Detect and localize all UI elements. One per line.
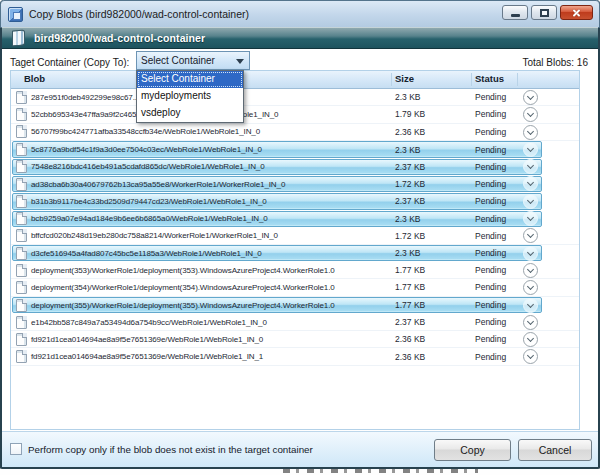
column-divider xyxy=(471,73,472,86)
blob-size: 2.36 KB xyxy=(395,127,425,137)
blob-name: b31b3b9117be4c33bd2509d79447cd23/WebRole… xyxy=(31,197,267,206)
row-actions-button[interactable] xyxy=(523,159,538,174)
blob-status: Pending xyxy=(475,300,506,310)
table-row[interactable]: deployment(353)/WorkerRole1/deployment(3… xyxy=(11,262,579,279)
blob-size: 2.3 KB xyxy=(395,248,421,258)
container-header-bar: bird982000/wad-control-container xyxy=(2,27,598,49)
table-header: Blob Size Status xyxy=(11,71,579,89)
table-row[interactable]: fd921d1cea014694ae8a9f5e7651369e/WebRole… xyxy=(11,331,579,348)
table-row[interactable]: bcb9259a07e94ad184e9b6ee6b6865a0/WebRole… xyxy=(11,210,579,227)
dropdown-option[interactable]: vsdeploy xyxy=(137,105,243,122)
table-row[interactable]: bffcfcd020b248d19eb280dc758a8214/WorkerR… xyxy=(11,227,579,244)
table-row[interactable]: 56707f99bc424771afba33548ccfb34e/WebRole… xyxy=(11,124,579,141)
table-row[interactable]: 287e951f0deb492299e98c67.../WebRole1/Web… xyxy=(11,89,579,106)
chevron-down-icon xyxy=(527,179,534,186)
close-button[interactable] xyxy=(560,5,593,20)
row-actions-button[interactable] xyxy=(523,125,538,140)
blob-name: fd921d1cea014694ae8a9f5e7651369e/WebRole… xyxy=(31,335,263,344)
row-actions-button[interactable] xyxy=(523,246,538,261)
blob-status: Pending xyxy=(475,265,506,275)
blob-name: 56707f99bc424771afba33548ccfb34e/WebRole… xyxy=(31,127,260,136)
row-actions-button[interactable] xyxy=(523,90,538,105)
table-row[interactable]: ad38cba6b30a40679762b13ca95a55e8/WorkerR… xyxy=(11,175,579,192)
table-row[interactable]: deployment(355)/WorkerRole1/deployment(3… xyxy=(11,297,579,314)
blob-size: 1.79 KB xyxy=(395,109,425,119)
row-actions-button[interactable] xyxy=(523,228,538,243)
window-title: Copy Blobs (bird982000/wad-control-conta… xyxy=(29,8,249,20)
copy-button[interactable]: Copy xyxy=(434,439,511,461)
table-row[interactable]: 52cbb695343e47ffa9a9f2c46563e1e6/WorkerR… xyxy=(11,106,579,123)
file-icon xyxy=(16,229,27,242)
dropdown-option[interactable]: Select Container xyxy=(137,71,243,88)
chevron-down-icon xyxy=(527,283,534,290)
blob-name: fd921d1cea014694ae8a9f5e7651369e/WebRole… xyxy=(31,352,263,361)
copy-blobs-dialog: Copy Blobs (bird982000/wad-control-conta… xyxy=(0,0,600,469)
close-icon xyxy=(571,7,582,18)
chevron-down-icon xyxy=(527,335,534,342)
file-icon xyxy=(16,333,27,346)
row-actions-button[interactable] xyxy=(523,194,538,209)
overwrite-checkbox[interactable] xyxy=(10,443,22,455)
column-header-status[interactable]: Status xyxy=(475,73,504,84)
blob-size: 1.77 KB xyxy=(395,282,425,292)
target-container-select[interactable]: Select Container xyxy=(136,51,250,70)
chevron-down-icon xyxy=(527,249,534,256)
table-row[interactable]: fd921d1cea014694ae8a9f5e7651369e/WebRole… xyxy=(11,348,579,365)
table-row[interactable]: d3cfe516945a4fad807c45bc5e1185a3/WebRole… xyxy=(11,245,579,262)
row-actions-button[interactable] xyxy=(523,332,538,347)
row-actions-button[interactable] xyxy=(523,176,538,191)
cancel-button[interactable]: Cancel xyxy=(518,439,592,461)
chevron-down-icon xyxy=(527,301,534,308)
file-icon xyxy=(16,350,27,363)
table-row[interactable]: e1b42bb587c849a7a53494d6a754b9cc/WebRole… xyxy=(11,314,579,331)
blob-name: ad38cba6b30a40679762b13ca95a55e8/WorkerR… xyxy=(31,180,285,189)
blob-status: Pending xyxy=(475,231,506,241)
container-path: bird982000/wad-control-container xyxy=(34,32,205,44)
maximize-icon xyxy=(540,9,549,17)
minimize-button[interactable] xyxy=(502,5,528,20)
blob-name: deployment(354)/WorkerRole1/deployment(3… xyxy=(31,283,335,292)
blob-status: Pending xyxy=(475,109,506,119)
table-row[interactable]: 7548e8216bdc416eb491a5cdafd865dc/WebRole… xyxy=(11,158,579,175)
column-header-size[interactable]: Size xyxy=(395,73,414,84)
blob-status: Pending xyxy=(475,317,506,327)
blob-size: 2.37 KB xyxy=(395,317,425,327)
row-actions-button[interactable] xyxy=(523,315,538,330)
table-row[interactable]: deployment(354)/WorkerRole1/deployment(3… xyxy=(11,279,579,296)
row-actions-button[interactable] xyxy=(523,298,538,313)
file-icon xyxy=(16,299,27,312)
file-icon xyxy=(16,316,27,329)
maximize-button[interactable] xyxy=(531,5,557,20)
total-blobs-count: Total Blobs: 16 xyxy=(522,57,588,68)
blob-size: 1.77 KB xyxy=(395,265,425,275)
blob-status: Pending xyxy=(475,196,506,206)
blob-name: e1b42bb587c849a7a53494d6a754b9cc/WebRole… xyxy=(31,318,267,327)
file-icon xyxy=(16,108,27,121)
blob-size: 2.37 KB xyxy=(395,196,425,206)
dropdown-option[interactable]: mydeployments xyxy=(137,88,243,105)
chevron-down-icon xyxy=(527,214,534,221)
footer-bar: Perform copy only if the blob does not e… xyxy=(2,431,598,467)
blob-size: 2.37 KB xyxy=(395,162,425,172)
table-row[interactable]: b31b3b9117be4c33bd2509d79447cd23/WebRole… xyxy=(11,193,579,210)
column-header-blob[interactable]: Blob xyxy=(24,73,45,84)
titlebar[interactable]: Copy Blobs (bird982000/wad-control-conta… xyxy=(0,0,600,28)
row-actions-button[interactable] xyxy=(523,263,538,278)
row-actions-button[interactable] xyxy=(523,107,538,122)
blob-size: 1.72 KB xyxy=(395,231,425,241)
blob-status: Pending xyxy=(475,352,506,362)
blob-name: bcb9259a07e94ad184e9b6ee6b6865a0/WebRole… xyxy=(31,214,268,223)
row-actions-button[interactable] xyxy=(523,211,538,226)
container-dropdown-list: Select Containermydeploymentsvsdeploy xyxy=(136,70,244,123)
blob-size: 2.3 KB xyxy=(395,145,421,155)
row-actions-button[interactable] xyxy=(523,280,538,295)
row-actions-button[interactable] xyxy=(523,349,538,364)
chevron-down-icon xyxy=(527,110,534,117)
table-row[interactable]: 5c8776a9bdf54c1f9a3d0ee7504c03ec/WebRole… xyxy=(11,141,579,158)
file-icon xyxy=(16,195,27,208)
file-icon xyxy=(16,91,27,104)
combo-selected-value: Select Container xyxy=(137,55,215,66)
row-actions-button[interactable] xyxy=(523,142,538,157)
file-icon xyxy=(16,178,27,191)
column-divider xyxy=(517,73,518,86)
